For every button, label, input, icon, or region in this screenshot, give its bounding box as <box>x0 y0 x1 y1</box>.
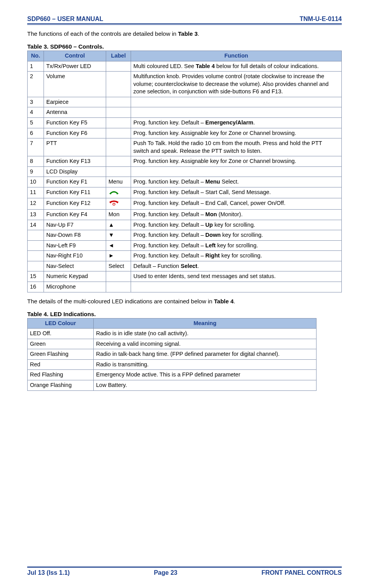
table-row: 2VolumeMultifunction knob. Provides volu… <box>28 72 342 97</box>
cell-no: 11 <box>28 187 44 198</box>
th-no: No. <box>28 51 44 61</box>
cell-led-colour: Red Flashing <box>28 370 94 380</box>
table-row: 10Function Key F1MenuProg. function key.… <box>28 177 342 187</box>
cell-function: Prog. function key. Assignable key for Z… <box>131 128 342 138</box>
th-function: Function <box>131 51 342 61</box>
cell-control: Function Key F11 <box>44 187 106 198</box>
table-row: 15Numeric KeypadUsed to enter Idents, se… <box>28 271 342 282</box>
cell-no: 8 <box>28 156 44 167</box>
cell-control: Antenna <box>44 107 106 118</box>
cell-label: Select <box>106 261 131 271</box>
table-controls: No. Control Label Function 1Tx/Rx/Power … <box>27 51 342 292</box>
cell-label <box>106 107 131 118</box>
table-row: 6Function Key F6Prog. function key. Assi… <box>28 128 342 138</box>
table-row: 8Function Key F13Prog. function key. Ass… <box>28 156 342 167</box>
cell-control: Function Key F5 <box>44 117 106 128</box>
cell-label <box>106 282 131 292</box>
table-row: Nav-Right F10►Prog. function key. Defaul… <box>28 251 342 261</box>
table-row: LED Off.Radio is in idle state (no call … <box>28 329 317 339</box>
cell-no: 12 <box>28 198 44 210</box>
cell-control: Function Key F13 <box>44 156 106 167</box>
cell-function: Prog. function key. Default – Mon (Monit… <box>131 210 342 220</box>
cell-label <box>106 61 131 72</box>
intro-para-2: The details of the multi-coloured LED in… <box>27 297 342 305</box>
cell-function: Prog. function key. Default – End Call, … <box>131 198 342 210</box>
cell-label: Menu <box>106 177 131 187</box>
table-row: 4Antenna <box>28 107 342 118</box>
table4-header-row: LED Colour Meaning <box>28 318 317 329</box>
table-row: 5Function Key F5Prog. function key. Defa… <box>28 117 342 128</box>
page-footer: Jul 13 (Iss 1.1) Page 23 FRONT PANEL CON… <box>27 569 342 576</box>
table3-caption: Table 3. SDP660 – Controls. <box>27 43 342 50</box>
cell-no: 2 <box>28 72 44 97</box>
cell-function: Prog. function key. Default – Up key for… <box>131 220 342 230</box>
footer-left: Jul 13 (Iss 1.1) <box>27 569 70 576</box>
intro2-bold: Table 4 <box>214 298 234 304</box>
cell-label: ▲ <box>106 220 131 230</box>
call-end-icon <box>108 200 119 207</box>
intro2-text: The details of the multi-coloured LED in… <box>27 298 214 304</box>
cell-no: 15 <box>28 271 44 282</box>
cell-no <box>28 261 44 271</box>
cell-no: 5 <box>28 117 44 128</box>
cell-function: Prog. function key. Default – Start Call… <box>131 187 342 198</box>
cell-label: Mon <box>106 210 131 220</box>
cell-no: 10 <box>28 177 44 187</box>
cell-no <box>28 230 44 241</box>
cell-led-colour: Green <box>28 339 94 349</box>
cell-no: 16 <box>28 282 44 292</box>
cell-control: Function Key F12 <box>44 198 106 210</box>
cell-control: LCD Display <box>44 166 106 177</box>
cell-no: 4 <box>28 107 44 118</box>
cell-control: Function Key F1 <box>44 177 106 187</box>
cell-label <box>106 128 131 138</box>
cell-label <box>106 138 131 156</box>
th-label: Label <box>106 51 131 61</box>
table-row: 3Earpiece <box>28 97 342 107</box>
cell-control: PTT <box>44 138 106 156</box>
cell-label <box>106 187 131 198</box>
cell-no: 13 <box>28 210 44 220</box>
table-row: 9LCD Display <box>28 166 342 177</box>
cell-control: Nav-Select <box>44 261 106 271</box>
cell-function: Prog. function key. Default – Down key f… <box>131 230 342 241</box>
cell-function: Default – Function Select. <box>131 261 342 271</box>
cell-led-colour: LED Off. <box>28 329 94 339</box>
table-row: Nav-SelectSelectDefault – Function Selec… <box>28 261 342 271</box>
table-row: 12Function Key F12Prog. function key. De… <box>28 198 342 210</box>
cell-no: 6 <box>28 128 44 138</box>
cell-control: Function Key F4 <box>44 210 106 220</box>
table-row: GreenReceiving a valid incoming signal. <box>28 339 317 349</box>
intro1-bold: Table 3 <box>178 30 198 37</box>
cell-no <box>28 251 44 261</box>
table-row: 11Function Key F11Prog. function key. De… <box>28 187 342 198</box>
table-row: 1Tx/Rx/Power LEDMulti coloured LED. See … <box>28 61 342 72</box>
th-control: Control <box>44 51 106 61</box>
table-row: 14Nav-Up F7▲Prog. function key. Default … <box>28 220 342 230</box>
intro2-end: . <box>234 298 235 304</box>
cell-control: Nav-Right F10 <box>44 251 106 261</box>
table-row: Red FlashingEmergency Mode active. This … <box>28 370 317 380</box>
cell-label <box>106 72 131 97</box>
cell-led-colour: Green Flashing <box>28 349 94 360</box>
table-row: 13Function Key F4MonProg. function key. … <box>28 210 342 220</box>
cell-no: 9 <box>28 166 44 177</box>
table-row: Orange FlashingLow Battery. <box>28 380 317 390</box>
cell-no <box>28 240 44 251</box>
footer-center: Page 23 <box>70 569 261 576</box>
cell-control: Microphone <box>44 282 106 292</box>
table3-header-row: No. Control Label Function <box>28 51 342 61</box>
cell-control: Nav-Up F7 <box>44 220 106 230</box>
intro1-end: . <box>198 30 199 37</box>
cell-function: Used to enter Idents, send text messages… <box>131 271 342 282</box>
cell-label: ▼ <box>106 230 131 241</box>
cell-function: Push To Talk. Hold the radio 10 cm from … <box>131 138 342 156</box>
cell-led-colour: Red <box>28 359 94 370</box>
cell-control: Function Key F6 <box>44 128 106 138</box>
cell-meaning: Receiving a valid incoming signal. <box>94 339 317 349</box>
footer-rule <box>27 566 342 568</box>
cell-control: Nav-Down F8 <box>44 230 106 241</box>
cell-meaning: Emergency Mode active. This is a FPP def… <box>94 370 317 380</box>
cell-meaning: Radio in talk-back hang time. (FPP defin… <box>94 349 317 360</box>
intro1-text: The functions of each of the controls ar… <box>27 30 178 37</box>
